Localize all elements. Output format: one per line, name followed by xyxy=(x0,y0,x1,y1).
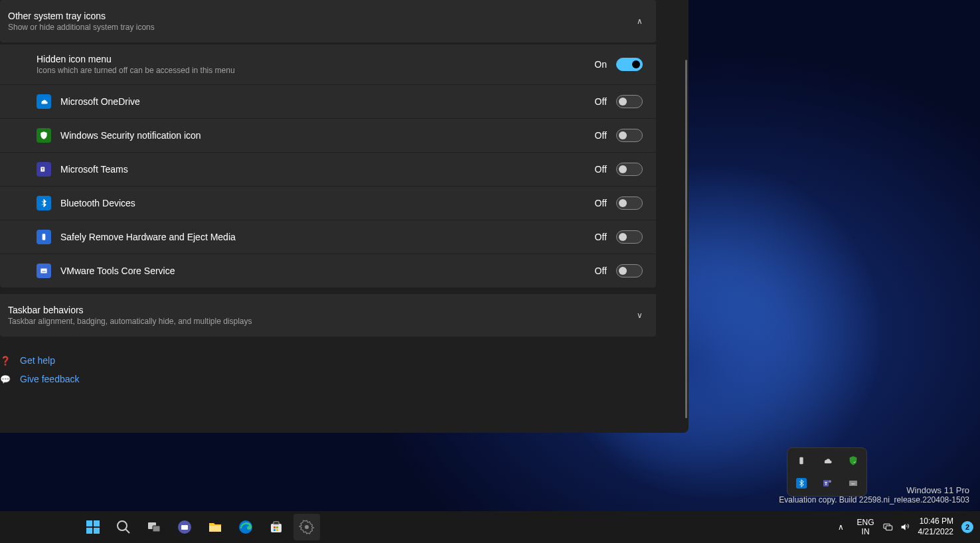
feedback-icon: 💬 xyxy=(0,374,11,384)
svg-rect-28 xyxy=(276,526,278,528)
network-icon xyxy=(882,522,893,532)
svg-rect-26 xyxy=(274,522,279,524)
tray-item-toggle[interactable] xyxy=(616,196,643,210)
section-title: Other system tray icons xyxy=(8,11,155,21)
svg-rect-30 xyxy=(276,529,278,531)
behaviors-subtitle: Taskbar alignment, badging, automaticall… xyxy=(8,317,252,326)
chevron-down-icon: ∨ xyxy=(637,311,643,320)
onedrive-icon xyxy=(37,94,51,109)
section-other-tray-icons[interactable]: Other system tray icons Show or hide add… xyxy=(0,0,656,42)
tray-item-row: Bluetooth Devices Off xyxy=(0,187,656,220)
edge-button[interactable] xyxy=(232,514,259,540)
tray-item-toggle[interactable] xyxy=(616,95,643,108)
flyout-bluetooth-icon[interactable] xyxy=(795,477,807,489)
store-button[interactable] xyxy=(263,514,289,540)
get-help-link[interactable]: ❓ Get help xyxy=(0,351,689,370)
toggle-state: On xyxy=(594,59,607,70)
flyout-onedrive-icon[interactable] xyxy=(821,455,833,467)
svg-rect-23 xyxy=(209,526,221,532)
tray-item-toggle[interactable] xyxy=(616,129,643,142)
show-hidden-icons-button[interactable]: ∧ xyxy=(833,520,849,534)
search-button[interactable] xyxy=(110,514,137,540)
tray-item-row: Microsoft OneDrive Off xyxy=(0,85,656,119)
tray-item-row: Safely Remove Hardware and Eject Media O… xyxy=(0,220,656,254)
tray-item-row: Windows Security notification icon Off xyxy=(0,119,656,153)
section-subtitle: Show or hide additional system tray icon… xyxy=(8,23,155,32)
flyout-vmware-icon[interactable]: vm xyxy=(847,477,859,489)
lang-secondary: IN xyxy=(857,527,874,536)
svg-rect-27 xyxy=(274,526,276,528)
svg-rect-2 xyxy=(42,234,46,240)
time: 10:46 PM xyxy=(918,516,953,527)
behaviors-title: Taskbar behaviors xyxy=(8,305,252,315)
toggle-state: Off xyxy=(595,130,607,141)
tray-item-toggle[interactable] xyxy=(616,264,643,277)
toggle-state: Off xyxy=(595,232,607,242)
hidden-icons-flyout[interactable]: T vm xyxy=(787,447,867,497)
svg-point-17 xyxy=(118,521,127,530)
language-indicator[interactable]: ENG IN xyxy=(857,518,874,537)
svg-text:T: T xyxy=(824,481,827,486)
settings-button[interactable] xyxy=(293,514,320,540)
toggle-state: Off xyxy=(595,164,607,175)
link-label: Give feedback xyxy=(20,374,80,384)
tray-item-toggle[interactable] xyxy=(616,230,643,244)
svg-rect-13 xyxy=(86,520,92,526)
scrollbar[interactable] xyxy=(685,60,687,418)
chevron-up-icon: ∧ xyxy=(637,17,643,26)
chat-button[interactable] xyxy=(171,514,198,540)
svg-rect-14 xyxy=(94,520,100,526)
watermark-build: Evaluation copy. Build 22598.ni_release.… xyxy=(779,495,969,504)
tray-item-label: Bluetooth Devices xyxy=(60,198,135,208)
settings-window: Other system tray icons Show or hide add… xyxy=(0,0,689,433)
svg-rect-16 xyxy=(94,528,100,534)
hidden-menu-toggle[interactable] xyxy=(616,58,643,71)
tray-item-label: VMware Tools Core Service xyxy=(60,266,175,276)
svg-rect-22 xyxy=(181,525,188,530)
toggle-state: Off xyxy=(595,266,607,276)
svg-text:vm: vm xyxy=(851,482,855,485)
svg-point-31 xyxy=(305,525,309,529)
help-icon: ❓ xyxy=(0,356,11,366)
svg-point-6 xyxy=(853,460,856,463)
tray-item-toggle[interactable] xyxy=(616,163,643,176)
file-explorer-button[interactable] xyxy=(202,514,228,540)
svg-rect-33 xyxy=(886,526,892,530)
tray-item-label: Windows Security notification icon xyxy=(60,130,201,141)
date: 4/21/2022 xyxy=(918,527,953,538)
tray-item-label: Safely Remove Hardware and Eject Media xyxy=(60,232,236,242)
tray-item-label: Microsoft Teams xyxy=(60,164,128,175)
hidden-menu-subtitle: Icons which are turned off can be access… xyxy=(37,66,235,75)
svg-rect-20 xyxy=(153,526,160,532)
flyout-teams-icon[interactable]: T xyxy=(821,477,833,489)
taskbar-system-tray: ∧ ENG IN 10:46 PM 4/21/2022 2 xyxy=(833,516,973,537)
section-taskbar-behaviors[interactable]: Taskbar behaviors Taskbar alignment, bad… xyxy=(0,294,656,337)
svg-rect-15 xyxy=(86,528,92,534)
bluetooth-icon xyxy=(37,196,51,210)
shield-icon xyxy=(37,128,51,143)
system-icons[interactable] xyxy=(882,522,910,532)
link-label: Get help xyxy=(20,355,55,366)
svg-line-18 xyxy=(125,529,129,533)
tray-item-label: Microsoft OneDrive xyxy=(60,96,140,107)
flyout-usb-icon[interactable] xyxy=(795,455,807,467)
help-links: ❓ Get help 💬 Give feedback xyxy=(0,338,689,388)
flyout-security-icon[interactable] xyxy=(847,455,859,467)
task-view-button[interactable] xyxy=(141,514,167,540)
clock[interactable]: 10:46 PM 4/21/2022 xyxy=(918,516,953,537)
svg-point-10 xyxy=(829,480,831,483)
svg-rect-5 xyxy=(799,457,803,465)
lang-primary: ENG xyxy=(857,518,874,527)
teams-icon: T xyxy=(37,162,51,177)
taskbar: ∧ ENG IN 10:46 PM 4/21/2022 2 xyxy=(0,511,980,543)
usb-eject-icon xyxy=(37,230,51,244)
svg-text:vm: vm xyxy=(42,270,45,273)
toggle-state: Off xyxy=(595,96,607,107)
hidden-menu-title: Hidden icon menu xyxy=(37,54,112,64)
notification-badge[interactable]: 2 xyxy=(961,521,973,533)
give-feedback-link[interactable]: 💬 Give feedback xyxy=(0,370,689,388)
volume-icon xyxy=(900,522,910,532)
start-button[interactable] xyxy=(80,514,106,540)
tray-item-row: T Microsoft Teams Off xyxy=(0,153,656,187)
toggle-state: Off xyxy=(595,198,607,208)
